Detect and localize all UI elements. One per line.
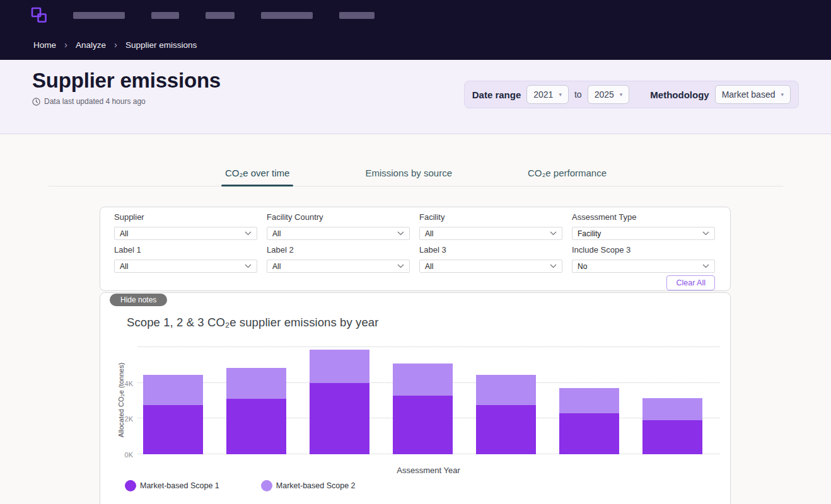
filter-assessment-type-value: Facility (578, 229, 601, 238)
bar-segment (476, 375, 536, 405)
bar-3 (310, 350, 369, 454)
caret-down-icon: ▾ (559, 91, 562, 98)
tab-bar: CO₂e over time Emissions by source CO₂e … (49, 164, 783, 186)
bar-segment (559, 388, 619, 413)
legend-dot-icon (261, 480, 272, 491)
chart: Allocated CO₂e (tonnes) 0K2K4K Assessmen… (100, 347, 730, 504)
clock-icon (32, 98, 40, 106)
bar-7 (642, 398, 702, 454)
chart-legend: Market-based Scope 1Market-based Scope 2 (125, 480, 356, 491)
legend-dot-icon (125, 480, 136, 491)
tab-co2e-performance[interactable]: CO₂e performance (524, 164, 610, 186)
breadcrumb-analyze[interactable]: Analyze (76, 40, 106, 50)
date-to-value: 2025 (595, 89, 614, 100)
bar-segment (143, 375, 203, 405)
nav-item-placeholder[interactable] (73, 12, 125, 19)
filter-label-1-label: Label 1 (114, 245, 257, 255)
y-axis-ticks: 0K2K4K (109, 347, 133, 454)
filter-facility-country-value: All (272, 229, 281, 238)
filter-label-2-value: All (272, 262, 281, 271)
bars-container (137, 347, 719, 454)
filter-supplier-label: Supplier (114, 212, 257, 222)
filter-facility-country-select[interactable]: All (267, 227, 410, 240)
filter-label-3-select[interactable]: All (419, 260, 562, 273)
chevron-down-icon (397, 264, 404, 268)
filter-include-scope-3-value: No (578, 262, 587, 271)
filter-facility-select[interactable]: All (419, 227, 562, 240)
date-from-value: 2021 (533, 89, 553, 100)
date-from-select[interactable]: 2021 ▾ (526, 85, 569, 104)
chevron-down-icon (702, 231, 709, 236)
legend-label: Market-based Scope 1 (140, 481, 219, 490)
y-tick-label: 2K (125, 415, 133, 423)
filter-facility-country: Facility Country All (267, 211, 410, 240)
filter-assessment-type-select[interactable]: Facility (572, 227, 715, 240)
filter-label-1: Label 1 All (114, 244, 257, 273)
date-range-label: Date range (472, 89, 521, 100)
nav-item-placeholder[interactable] (261, 12, 313, 19)
app-logo-icon[interactable] (31, 6, 47, 24)
date-range-panel: Date range 2021 ▾ to 2025 ▾ Methodology … (464, 81, 799, 108)
bar-segment (310, 350, 369, 382)
legend-label: Market-based Scope 2 (276, 481, 356, 490)
filter-label-3-label: Label 3 (419, 245, 562, 255)
filter-include-scope-3: Include Scope 3 No (572, 244, 715, 273)
breadcrumb-supplier-emissions[interactable]: Supplier emissions (125, 40, 197, 50)
chart-title: Scope 1, 2 & 3 CO₂e supplier emissions b… (127, 316, 730, 329)
filter-facility-country-label: Facility Country (267, 212, 410, 222)
nav-item-placeholder[interactable] (151, 12, 179, 19)
main-content: CO₂e over time Emissions by source CO₂e … (0, 164, 831, 504)
bar-segment (393, 364, 453, 396)
bar-segment (393, 396, 453, 455)
bar-segment (143, 405, 203, 454)
tab-co2e-over-time[interactable]: CO₂e over time (221, 164, 294, 186)
methodology-value: Market based (722, 89, 776, 100)
filter-facility-value: All (425, 229, 433, 238)
nav-item-placeholder[interactable] (206, 12, 235, 19)
filter-supplier-value: All (120, 229, 128, 238)
main-nav (73, 12, 375, 19)
clear-all-button[interactable]: Clear All (666, 275, 715, 290)
chevron-right-icon: › (64, 40, 67, 49)
x-axis-label: Assessment Year (137, 466, 719, 475)
filter-label-1-select[interactable]: All (114, 260, 257, 273)
filter-supplier-select[interactable]: All (114, 227, 257, 240)
chevron-down-icon (550, 231, 557, 236)
y-tick-label: 4K (125, 380, 133, 387)
caret-down-icon: ▾ (620, 91, 623, 98)
filter-supplier: Supplier All (114, 211, 257, 240)
filter-assessment-type-label: Assessment Type (572, 212, 715, 222)
hide-notes-button[interactable]: Hide notes (110, 294, 167, 306)
breadcrumb-home[interactable]: Home (33, 40, 56, 50)
date-range-to-text: to (574, 89, 582, 100)
bar-1 (143, 375, 203, 454)
filter-label-3-value: All (425, 262, 433, 271)
filter-facility-label: Facility (419, 212, 562, 222)
page-header: Supplier emissions Data last updated 4 h… (0, 60, 831, 134)
filter-label-2-label: Label 2 (267, 245, 410, 255)
bar-segment (226, 399, 286, 454)
date-to-select[interactable]: 2025 ▾ (588, 85, 630, 104)
top-navbar (0, 0, 831, 30)
methodology-select[interactable]: Market based ▾ (715, 85, 791, 104)
bar-segment (559, 413, 619, 454)
filter-label-3: Label 3 All (419, 244, 562, 273)
filter-label-2-select[interactable]: All (267, 260, 410, 273)
bar-2 (226, 368, 286, 454)
last-updated-text: Data last updated 4 hours ago (44, 97, 146, 106)
legend-item[interactable]: Market-based Scope 2 (261, 480, 356, 491)
filter-facility: Facility All (419, 211, 562, 240)
tab-emissions-by-source[interactable]: Emissions by source (361, 164, 456, 186)
chevron-down-icon (245, 264, 252, 268)
y-tick-label: 0K (125, 451, 133, 459)
breadcrumb: Home › Analyze › Supplier emissions (0, 30, 831, 60)
chevron-right-icon: › (114, 40, 117, 49)
nav-item-placeholder[interactable] (339, 12, 375, 19)
chevron-down-icon (245, 231, 252, 236)
legend-item[interactable]: Market-based Scope 1 (125, 480, 219, 491)
filter-include-scope-3-select[interactable]: No (572, 260, 715, 273)
filter-assessment-type: Assessment Type Facility (572, 211, 715, 240)
bar-segment (310, 383, 369, 454)
chevron-down-icon (397, 231, 404, 236)
bar-4 (393, 364, 453, 455)
